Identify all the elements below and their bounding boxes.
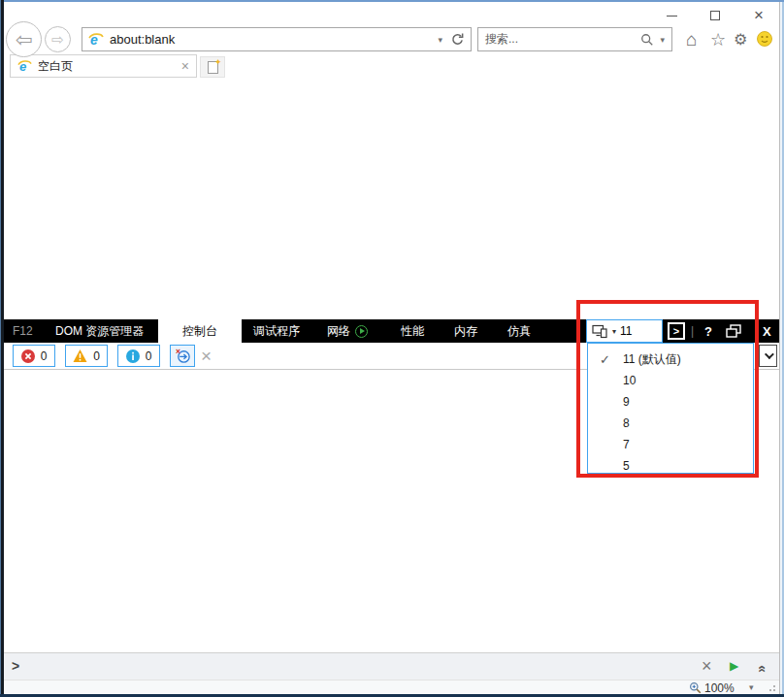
error-icon — [21, 349, 35, 363]
maximize-icon — [710, 11, 720, 20]
check-icon: ✓ — [600, 352, 610, 367]
back-icon: ⇦ — [16, 28, 33, 51]
run-script-icon[interactable]: ▶ — [730, 659, 738, 673]
chevron-down-icon — [765, 349, 774, 359]
minimize-icon — [667, 16, 677, 17]
tab-ie-icon: e — [17, 59, 32, 74]
favorites-star-icon[interactable]: ☆ — [710, 29, 726, 50]
forward-icon: ⇨ — [51, 31, 64, 49]
doc-mode-option-8[interactable]: 8 — [588, 413, 753, 434]
target-selector-dropdown[interactable] — [759, 345, 777, 367]
doc-mode-option-5[interactable]: 5 — [588, 455, 753, 477]
network-profiling-icon — [355, 319, 368, 343]
doc-mode-option-9[interactable]: 9 — [588, 391, 753, 413]
console-command-bar[interactable]: > × ▶ » — [4, 652, 779, 680]
search-placeholder[interactable]: 搜索... — [485, 31, 518, 48]
expand-multiline-icon[interactable]: » — [753, 665, 768, 673]
zoom-dropdown-icon[interactable]: ▾ — [749, 682, 754, 692]
search-dropdown-icon[interactable]: ▾ — [660, 35, 665, 45]
close-icon: × — [754, 6, 764, 25]
window-border-left — [0, 0, 4, 697]
devtools-f12-label: F12 — [13, 319, 33, 343]
doc-mode-option-label: 5 — [623, 459, 630, 473]
back-button[interactable]: ⇦ — [6, 21, 42, 57]
url-text[interactable]: about:blank — [110, 32, 175, 47]
forward-button[interactable]: ⇨ — [45, 26, 71, 52]
header-separator: | — [691, 319, 694, 343]
warning-icon — [73, 349, 87, 362]
doc-mode-option-label: 11 (默认值) — [623, 351, 681, 368]
window-border-right — [779, 2, 784, 694]
tab-debugger[interactable]: 调试程序 — [253, 319, 300, 343]
warning-filter-button[interactable]: 0 — [65, 345, 108, 367]
zoom-magnifier-icon — [689, 681, 702, 694]
svg-text:×: × — [175, 348, 180, 356]
help-button[interactable]: ? — [704, 319, 712, 343]
tab-close-icon[interactable]: × — [181, 58, 189, 74]
new-tab-button[interactable]: ✦ — [200, 56, 225, 78]
info-filter-button[interactable]: 0 — [117, 345, 160, 367]
change-console-target-icon[interactable]: > — [668, 322, 685, 340]
resize-grip[interactable] — [773, 689, 775, 691]
tools-gear-icon[interactable]: ⚙ — [734, 30, 747, 49]
tab-dom-explorer[interactable]: DOM 资源管理器 — [55, 319, 144, 343]
search-box[interactable]: 搜索... ▾ — [477, 27, 672, 51]
tab-emulation[interactable]: 仿真 — [507, 319, 531, 343]
document-mode-value: 11 — [620, 324, 632, 338]
new-tab-page-icon: ✦ — [208, 61, 218, 74]
new-tab-star-icon: ✦ — [214, 57, 222, 67]
close-button[interactable]: × — [749, 6, 768, 25]
cmd-clear-icon[interactable]: × — [702, 656, 712, 677]
devtools-close-button[interactable]: X — [763, 319, 771, 343]
doc-mode-option-10[interactable]: 10 — [588, 370, 753, 391]
maximize-button[interactable] — [705, 6, 725, 25]
address-dropdown-icon[interactable]: ▾ — [438, 35, 442, 45]
ie-favicon: e — [88, 32, 104, 48]
tab-memory[interactable]: 内存 — [454, 319, 477, 343]
ie-browser-window: × ⇦ ⇨ e about:blank ▾ 搜索... ▾ ⌂ ☆ ⚙ — [0, 0, 784, 697]
address-bar[interactable]: e about:blank ▾ — [82, 27, 472, 51]
info-count: 0 — [146, 349, 152, 363]
page-content-blank — [4, 78, 779, 319]
tab-console[interactable]: 控制台 — [158, 319, 242, 343]
zoom-level[interactable]: 100% — [704, 681, 735, 695]
window-controls: × — [662, 6, 768, 25]
clear-on-navigate-button[interactable]: × — [170, 345, 195, 367]
smiley-feedback-icon[interactable] — [757, 31, 772, 47]
info-icon — [126, 349, 140, 363]
document-mode-selector[interactable]: ▾ 11 — [586, 319, 663, 343]
unpin-window-icon[interactable] — [726, 324, 741, 338]
clear-on-navigate-icon: × — [175, 348, 191, 364]
tab-network[interactable]: 网络 — [327, 319, 350, 343]
home-icon[interactable]: ⌂ — [686, 29, 697, 50]
document-mode-dropdown: ✓ 11 (默认值) 10 9 8 7 5 — [587, 343, 754, 474]
doc-mode-option-label: 10 — [623, 374, 636, 387]
refresh-icon[interactable] — [450, 32, 465, 47]
window-border-top — [0, 0, 784, 2]
devtools-tab-bar: F12 DOM 资源管理器 控制台 调试程序 网络 性能 内存 仿真 ▾ 11 … — [4, 319, 779, 343]
tab-title: 空白页 — [38, 58, 73, 75]
document-mode-icon — [592, 323, 608, 339]
search-icon[interactable] — [640, 33, 654, 47]
document-mode-caret-icon: ▾ — [612, 327, 616, 336]
doc-mode-option-11[interactable]: ✓ 11 (默认值) — [588, 348, 753, 370]
doc-mode-option-7[interactable]: 7 — [588, 434, 753, 455]
clear-console-icon[interactable]: × — [201, 346, 212, 367]
doc-mode-option-label: 7 — [623, 438, 630, 451]
error-filter-button[interactable]: 0 — [13, 345, 55, 367]
error-count: 0 — [41, 349, 48, 363]
doc-mode-option-label: 9 — [623, 395, 630, 409]
warning-count: 0 — [93, 349, 100, 363]
minimize-button[interactable] — [662, 6, 681, 25]
status-bar: 100% ▾ — [4, 680, 779, 694]
console-prompt: > — [12, 658, 19, 674]
doc-mode-option-label: 8 — [623, 416, 630, 430]
browser-tab[interactable]: e 空白页 × — [10, 54, 197, 78]
tab-performance[interactable]: 性能 — [401, 319, 424, 343]
